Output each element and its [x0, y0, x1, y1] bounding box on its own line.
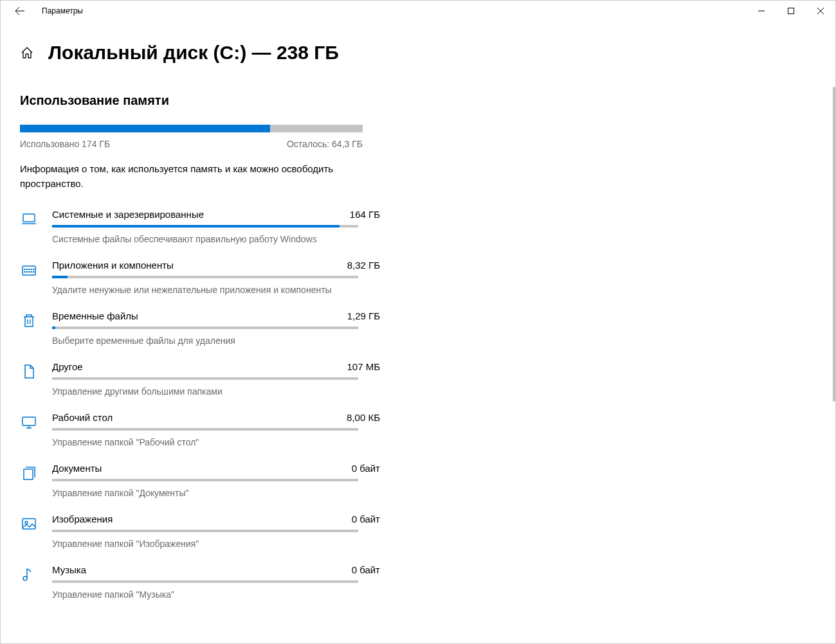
category-desc: Управление папкой "Изображения"	[52, 539, 380, 549]
svg-rect-14	[24, 469, 33, 479]
category-item[interactable]: Другое 107 МБ Управление другими большим…	[20, 361, 380, 397]
overall-labels: Использовано 174 ГБ Осталось: 64,3 ГБ	[20, 139, 363, 149]
titlebar: Параметры	[1, 1, 835, 21]
category-head: Изображения 0 байт	[52, 514, 380, 524]
category-desc: Выберите временные файлы для удаления	[52, 335, 380, 346]
category-item[interactable]: Музыка 0 байт Управление папкой "Музыка"	[20, 564, 380, 600]
category-title: Временные файлы	[52, 310, 138, 321]
category-item[interactable]: Системные и зарезервированные 164 ГБ Сис…	[20, 209, 380, 244]
maximize-button[interactable]	[776, 1, 806, 21]
category-body: Музыка 0 байт Управление папкой "Музыка"	[52, 564, 380, 600]
category-desc: Управление другими большими папками	[52, 386, 380, 397]
category-title: Приложения и компоненты	[52, 260, 174, 271]
section-title: Использование памяти	[20, 93, 380, 108]
category-size: 1,29 ГБ	[347, 310, 380, 321]
category-title: Изображения	[52, 514, 113, 524]
desktop-icon	[20, 413, 38, 431]
laptop-icon	[20, 210, 38, 228]
category-fill	[52, 276, 68, 278]
category-size: 0 байт	[352, 514, 380, 524]
svg-rect-12	[33, 269, 35, 270]
svg-rect-10	[28, 269, 30, 270]
svg-rect-4	[26, 271, 28, 273]
svg-rect-15	[23, 519, 35, 529]
category-size: 0 байт	[352, 463, 380, 474]
home-button[interactable]	[20, 46, 34, 60]
category-fill	[52, 326, 55, 329]
category-head: Другое 107 МБ	[52, 361, 380, 372]
back-button[interactable]	[7, 1, 33, 21]
maximize-icon	[788, 8, 794, 14]
svg-rect-5	[28, 271, 30, 273]
category-head: Документы 0 байт	[52, 463, 380, 474]
category-desc: Удалите ненужные или нежелательные прило…	[52, 285, 380, 295]
svg-rect-9	[26, 269, 28, 270]
overall-usage-bar	[20, 125, 363, 132]
close-button[interactable]	[806, 1, 835, 21]
minimize-button[interactable]	[747, 1, 776, 21]
category-title: Музыка	[52, 564, 86, 575]
category-desc: Управление папкой "Рабочий стол"	[52, 437, 380, 447]
minimize-icon	[758, 8, 765, 14]
category-fill	[52, 225, 340, 228]
category-item[interactable]: Временные файлы 1,29 ГБ Выберите временн…	[20, 310, 380, 346]
category-list: Системные и зарезервированные 164 ГБ Сис…	[20, 209, 380, 600]
arrow-left-icon	[15, 6, 25, 16]
category-body: Системные и зарезервированные 164 ГБ Сис…	[52, 209, 380, 244]
close-icon	[817, 8, 824, 14]
apps-icon	[20, 261, 38, 279]
scrollbar[interactable]	[833, 87, 835, 402]
svg-rect-2	[23, 266, 35, 275]
svg-rect-1	[23, 214, 35, 222]
music-icon	[20, 566, 38, 584]
category-bar	[52, 530, 358, 532]
file-icon	[20, 362, 38, 380]
category-head: Музыка 0 байт	[52, 564, 380, 575]
category-bar	[52, 479, 358, 481]
category-body: Рабочий стол 8,00 КБ Управление папкой "…	[52, 412, 380, 447]
svg-rect-7	[33, 271, 35, 273]
category-head: Временные файлы 1,29 ГБ	[52, 310, 380, 321]
category-bar	[52, 428, 358, 431]
category-item[interactable]: Приложения и компоненты 8,32 ГБ Удалите …	[20, 260, 380, 295]
svg-rect-6	[31, 271, 33, 273]
pictures-icon	[20, 515, 38, 533]
documents-icon	[20, 464, 38, 482]
category-head: Приложения и компоненты 8,32 ГБ	[52, 260, 380, 271]
category-item[interactable]: Документы 0 байт Управление папкой "Доку…	[20, 463, 380, 498]
category-bar	[52, 580, 358, 583]
trash-icon	[20, 312, 38, 330]
titlebar-title: Параметры	[33, 6, 83, 15]
svg-point-16	[25, 521, 28, 524]
svg-rect-11	[31, 269, 33, 270]
category-size: 8,00 КБ	[347, 412, 380, 423]
page-title: Локальный диск (C:) — 238 ГБ	[48, 42, 339, 64]
category-body: Документы 0 байт Управление папкой "Доку…	[52, 463, 380, 498]
svg-rect-13	[23, 417, 35, 425]
category-title: Другое	[52, 361, 83, 372]
category-size: 0 байт	[352, 564, 380, 575]
category-bar	[52, 377, 358, 380]
main-content: Использование памяти Использовано 174 ГБ…	[1, 64, 380, 600]
overall-usage-fill	[20, 125, 270, 132]
category-bar	[52, 225, 358, 228]
category-item[interactable]: Рабочий стол 8,00 КБ Управление папкой "…	[20, 412, 380, 447]
category-head: Системные и зарезервированные 164 ГБ	[52, 209, 380, 220]
svg-rect-0	[788, 8, 794, 14]
category-title: Рабочий стол	[52, 412, 113, 423]
category-title: Системные и зарезервированные	[52, 209, 204, 220]
category-desc: Системные файлы обеспечивают правильную …	[52, 234, 380, 244]
free-label: Осталось: 64,3 ГБ	[287, 139, 363, 149]
category-body: Другое 107 МБ Управление другими большим…	[52, 361, 380, 397]
category-size: 107 МБ	[347, 361, 380, 372]
category-body: Приложения и компоненты 8,32 ГБ Удалите …	[52, 260, 380, 295]
category-size: 8,32 ГБ	[347, 260, 380, 271]
category-size: 164 ГБ	[350, 209, 380, 220]
content-area: Локальный диск (C:) — 238 ГБ Использован…	[1, 21, 835, 643]
category-title: Документы	[52, 463, 102, 474]
category-item[interactable]: Изображения 0 байт Управление папкой "Из…	[20, 514, 380, 549]
page-header: Локальный диск (C:) — 238 ГБ	[1, 21, 835, 64]
home-icon	[20, 46, 34, 60]
category-head: Рабочий стол 8,00 КБ	[52, 412, 380, 423]
used-label: Использовано 174 ГБ	[20, 139, 110, 149]
